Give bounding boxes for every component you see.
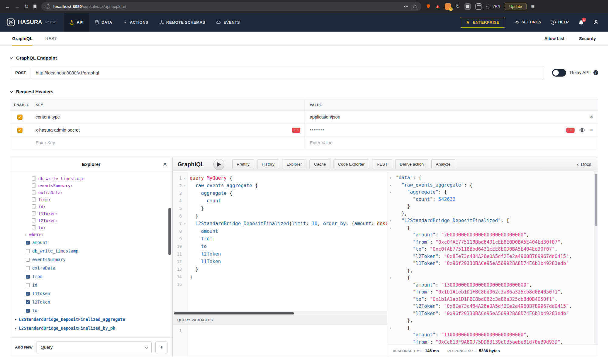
arg-checkbox[interactable] — [32, 218, 36, 222]
explorer-scrollbar[interactable] — [168, 208, 171, 255]
field-checkbox[interactable] — [26, 300, 30, 304]
explorer-field-item[interactable]: extraData — [10, 264, 172, 272]
field-checkbox[interactable] — [26, 309, 30, 313]
execute-button[interactable] — [213, 159, 224, 170]
remove-header-icon[interactable]: × — [590, 114, 593, 120]
explorer-node-item[interactable]: ▸L2StandardBridge_DepositFinalized_by_pk — [10, 324, 172, 332]
settings-button[interactable]: SETTINGS — [515, 20, 541, 24]
toolbar-button-code-exporter[interactable]: Code Exporter — [333, 159, 369, 169]
window-extension-icon[interactable] — [475, 3, 482, 10]
explorer-field-item[interactable]: id — [10, 281, 172, 289]
arg-checkbox[interactable] — [32, 191, 36, 194]
explorer-field-item[interactable]: l2Token — [10, 298, 172, 306]
refresh-extension-icon[interactable]: ↻ — [456, 4, 460, 9]
nav-item-data[interactable]: DATA — [89, 13, 118, 32]
editor-horizontal-scrollbar[interactable] — [173, 311, 387, 315]
endpoint-section-header[interactable]: GraphQL Endpoint — [10, 55, 598, 60]
explorer-field-item[interactable]: amount — [10, 238, 172, 247]
arg-checkbox[interactable] — [32, 225, 36, 229]
sidebar-extension-icon[interactable] — [465, 3, 471, 10]
secret-dots-badge[interactable]: ••• — [292, 128, 300, 133]
graphql-endpoint-input[interactable] — [31, 66, 544, 79]
explorer-arg-item[interactable]: to: — [10, 224, 172, 231]
field-checkbox[interactable] — [26, 258, 30, 262]
toolbar-button-analyze[interactable]: Analyze — [431, 159, 455, 169]
relay-toggle[interactable] — [552, 69, 566, 77]
operation-type-select[interactable]: Query — [36, 341, 152, 353]
explorer-arg-item[interactable]: l2Token: — [10, 217, 172, 224]
tab-graphiql[interactable]: GraphiQL — [12, 32, 33, 45]
toolbar-button-rest[interactable]: REST — [372, 159, 392, 169]
eye-icon[interactable] — [579, 128, 585, 132]
field-checkbox[interactable] — [26, 241, 30, 245]
explorer-field-item[interactable]: db_write_timestamp — [10, 247, 172, 255]
close-icon[interactable]: × — [163, 161, 167, 168]
explorer-arg-item[interactable]: extraData: — [10, 189, 172, 196]
menu-icon[interactable]: ≡ — [531, 4, 534, 9]
query-variables-editor[interactable]: 1 — [173, 325, 387, 357]
user-icon[interactable] — [593, 19, 599, 25]
shield-icon[interactable] — [426, 4, 431, 9]
toolbar-button-explorer[interactable]: Explorer — [282, 159, 306, 169]
warning-icon[interactable] — [435, 4, 440, 9]
explorer-field-item[interactable]: from — [10, 272, 172, 281]
explorer-arg-item[interactable]: db_write_timestamp: — [10, 175, 172, 182]
query-editor[interactable]: 1▾query MyQuery {2▾ raw_events_aggregate… — [173, 171, 387, 357]
explorer-arg-item[interactable]: l1Token: — [10, 210, 172, 217]
forward-icon[interactable]: → — [15, 4, 20, 9]
new-header-key-input[interactable] — [36, 140, 278, 145]
new-header-value-input[interactable] — [310, 140, 565, 145]
scrollbar-thumb[interactable] — [174, 312, 294, 314]
tab-rest[interactable]: REST — [45, 32, 57, 45]
arg-checkbox[interactable] — [32, 177, 36, 180]
link-security[interactable]: Security — [579, 36, 596, 41]
explorer-node-item[interactable]: ▸L2StandardBridge_DepositFinalized_aggre… — [10, 315, 172, 324]
nav-item-api[interactable]: API — [64, 13, 89, 32]
add-operation-button[interactable]: + — [155, 341, 168, 353]
header-enable-checkbox[interactable] — [17, 128, 22, 133]
remove-header-icon[interactable]: × — [590, 127, 593, 133]
field-checkbox[interactable] — [26, 275, 30, 279]
nav-item-actions[interactable]: ACTIONS — [118, 13, 154, 32]
toolbar-button-history[interactable]: History — [257, 159, 279, 169]
arg-checkbox[interactable] — [32, 204, 36, 208]
reload-icon[interactable]: ↻ — [24, 4, 29, 9]
key-icon[interactable] — [404, 4, 408, 9]
explorer-where-item[interactable]: ▸where: — [10, 231, 172, 238]
explorer-arg-item[interactable]: from: — [10, 196, 172, 203]
site-info-icon[interactable]: i — [46, 4, 50, 9]
secret-dots-badge[interactable]: ••• — [566, 128, 575, 133]
back-icon[interactable]: ← — [5, 4, 10, 9]
explorer-field-item[interactable]: to — [10, 306, 172, 315]
field-checkbox[interactable] — [26, 292, 30, 296]
vpn-indicator[interactable]: VPN — [486, 4, 500, 9]
explorer-field-item[interactable]: eventsSummary — [10, 255, 172, 264]
toolbar-button-cache[interactable]: Cache — [309, 159, 330, 169]
bookmark-icon[interactable] — [33, 4, 37, 9]
arg-checkbox[interactable] — [32, 184, 36, 187]
help-button[interactable]: ? HELP — [551, 20, 569, 25]
extension-icon[interactable]: 1 — [445, 3, 451, 10]
notifications-button[interactable]: 1 — [579, 20, 584, 25]
enterprise-button[interactable]: ENTERPRISE — [460, 17, 505, 28]
toolbar-button-prettify[interactable]: Prettify — [232, 159, 254, 169]
share-icon[interactable] — [413, 4, 417, 9]
nav-item-remote-schemas[interactable]: REMOTE SCHEMAS — [154, 13, 211, 32]
field-checkbox[interactable] — [26, 266, 30, 270]
field-checkbox[interactable] — [26, 283, 30, 287]
hasura-logo[interactable]: HASURA v2.23.0 — [7, 18, 56, 26]
link-allow-list[interactable]: Allow List — [544, 36, 565, 41]
query-variables-header[interactable]: QUERY VARIABLES — [173, 315, 387, 325]
explorer-arg-item[interactable]: eventsSummary: — [10, 182, 172, 189]
info-icon[interactable]: i — [593, 70, 598, 75]
toolbar-button-derive-action[interactable]: Derive action — [395, 159, 428, 169]
arg-checkbox[interactable] — [32, 211, 36, 215]
docs-button[interactable]: ‹ Docs — [577, 162, 593, 167]
headers-section-header[interactable]: Request Headers — [10, 89, 598, 94]
explorer-field-item[interactable]: l1Token — [10, 289, 172, 298]
address-bar[interactable]: i localhost:8080/console/api/api-explore… — [41, 2, 421, 11]
field-checkbox[interactable] — [26, 249, 30, 253]
explorer-arg-item[interactable]: id: — [10, 203, 172, 210]
arg-checkbox[interactable] — [32, 197, 36, 201]
update-button[interactable]: Update — [505, 3, 527, 10]
